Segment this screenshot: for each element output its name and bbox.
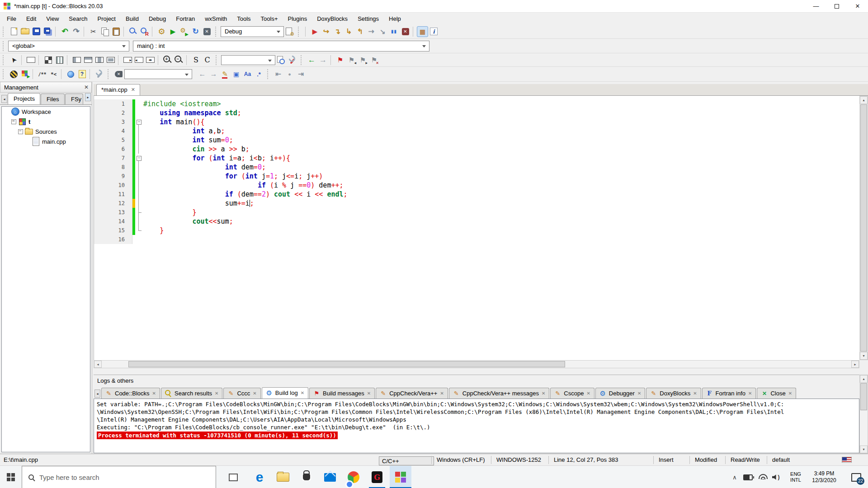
- toolbar-icon[interactable]: [156, 26, 167, 37]
- toolbar-icon[interactable]: [317, 55, 329, 66]
- log-tab[interactable]: Code::Blocks ✕: [101, 388, 160, 399]
- toolbar-icon[interactable]: [332, 26, 343, 37]
- toolbar-icon[interactable]: [346, 55, 357, 66]
- toolbar-icon[interactable]: [208, 69, 219, 80]
- menu-item[interactable]: Project: [93, 14, 121, 24]
- toolbar-icon[interactable]: [219, 69, 231, 80]
- tree-item[interactable]: main.cpp: [2, 136, 90, 146]
- toolbar-grip[interactable]: [3, 55, 6, 65]
- toolbar-icon[interactable]: [19, 26, 31, 37]
- toolbar-icon[interactable]: [82, 55, 94, 66]
- toolbar-icon[interactable]: [173, 55, 184, 66]
- toolbar-icon[interactable]: [42, 26, 53, 37]
- toolbar-icon[interactable]: [8, 55, 19, 66]
- menu-item[interactable]: Settings: [353, 14, 384, 24]
- symbol-select[interactable]: main() : int: [133, 41, 429, 52]
- build-target-select[interactable]: Debug: [221, 26, 284, 37]
- fold-marker-icon[interactable]: [135, 136, 142, 145]
- toolbar-icon[interactable]: [284, 26, 295, 37]
- notification-center-icon[interactable]: 22: [846, 466, 866, 488]
- tab-scroll-left-icon[interactable]: ◂: [1, 95, 7, 103]
- log-tab-close-icon[interactable]: ✕: [367, 391, 371, 396]
- toolbar-icon[interactable]: [343, 26, 354, 37]
- log-tab-close-icon[interactable]: ✕: [542, 391, 545, 396]
- toolbar-icon[interactable]: [190, 26, 201, 37]
- toolbar-icon[interactable]: [167, 26, 179, 37]
- menu-item[interactable]: Edit: [21, 14, 41, 24]
- log-tab[interactable]: Cccc ✕: [223, 388, 260, 399]
- toolbar-icon[interactable]: [413, 27, 417, 37]
- scroll-right-icon[interactable]: ▸: [851, 361, 859, 368]
- log-tab[interactable]: CppCheck/Vera++ ✕: [376, 388, 448, 399]
- log-tab-close-icon[interactable]: ✕: [253, 391, 256, 396]
- start-button[interactable]: [0, 466, 22, 488]
- toolbar-icon[interactable]: [127, 26, 139, 37]
- toolbar-icon[interactable]: [21, 55, 25, 65]
- log-tab[interactable]: Fortran info ✕: [702, 388, 756, 399]
- log-tab[interactable]: Build log ✕: [262, 387, 308, 399]
- fold-marker-icon[interactable]: [135, 172, 142, 181]
- fold-marker-icon[interactable]: [135, 99, 142, 108]
- tree-expander-icon[interactable]: [11, 119, 16, 124]
- toolbar-icon[interactable]: [197, 69, 208, 80]
- menu-item[interactable]: Tools+: [256, 14, 283, 24]
- scroll-left-icon[interactable]: ◂: [94, 361, 102, 368]
- management-tab[interactable]: Files: [41, 94, 65, 104]
- editor-tab-close-icon[interactable]: ✕: [131, 87, 135, 93]
- clock[interactable]: 3:49 PM 12/3/2020: [808, 466, 840, 488]
- toolbar-icon[interactable]: [284, 69, 295, 80]
- toolbar-icon[interactable]: [113, 69, 124, 80]
- toolbar-icon[interactable]: [71, 26, 82, 37]
- codeblocks-taskbar-icon[interactable]: [390, 466, 411, 488]
- fold-marker-icon[interactable]: [135, 190, 142, 199]
- toolbar-icon[interactable]: [335, 55, 346, 66]
- toolbar-icon[interactable]: [158, 55, 162, 65]
- scroll-up-icon[interactable]: ▴: [860, 96, 868, 104]
- toolbar-grip[interactable]: [3, 41, 6, 51]
- menu-item[interactable]: Search: [64, 14, 92, 24]
- menu-item[interactable]: Fortran: [171, 14, 200, 24]
- log-tab-close-icon[interactable]: ✕: [301, 390, 304, 395]
- fold-marker-icon[interactable]: [135, 235, 142, 244]
- code-line[interactable]: 3 int main(){: [94, 117, 859, 127]
- toolbar-icon[interactable]: [231, 69, 242, 80]
- scrollbar-thumb[interactable]: [860, 383, 867, 410]
- task-view-button[interactable]: [222, 466, 244, 488]
- taskbar-search-input[interactable]: Type here to search: [22, 466, 216, 488]
- toolbar-icon[interactable]: [330, 55, 335, 65]
- management-tab[interactable]: Projects: [8, 93, 40, 104]
- toolbar-icon[interactable]: [19, 69, 31, 80]
- toolbar-icon[interactable]: [366, 26, 377, 37]
- toolbar-icon[interactable]: [118, 55, 122, 65]
- toolbar-icon[interactable]: [25, 55, 37, 66]
- toolbar-grip[interactable]: [108, 69, 111, 79]
- fold-marker-icon[interactable]: [135, 108, 142, 117]
- log-tab[interactable]: DoxyBlocks ✕: [646, 388, 701, 399]
- toolbar-icon[interactable]: [54, 55, 65, 66]
- toolbar-icon[interactable]: [275, 55, 287, 66]
- toolbar-icon[interactable]: [65, 69, 76, 80]
- logs-caption[interactable]: Logs & others: [94, 375, 868, 386]
- toolbar-icon[interactable]: [90, 69, 94, 79]
- scrollbar-thumb[interactable]: [128, 361, 565, 367]
- maximize-button[interactable]: [826, 0, 847, 13]
- toolbar-icon[interactable]: [242, 69, 253, 80]
- toolbar-icon[interactable]: [61, 69, 65, 79]
- toolbar-grip[interactable]: [301, 55, 304, 65]
- toolbar-icon[interactable]: [37, 69, 48, 80]
- toolbar-grip[interactable]: [215, 27, 219, 37]
- toolbar-icon[interactable]: [400, 26, 411, 37]
- edge-icon[interactable]: [249, 466, 270, 488]
- toolbar-icon[interactable]: [8, 69, 19, 80]
- toolbar-icon[interactable]: [133, 55, 145, 66]
- build-log-output[interactable]: Set variable: PATH=.;C:\Program Files\Co…: [94, 399, 859, 453]
- toolbar-icon[interactable]: [67, 55, 71, 65]
- logs-tab-scroll-left-icon[interactable]: ◂: [94, 389, 100, 398]
- fold-marker-icon[interactable]: [135, 199, 142, 208]
- toolbar-icon[interactable]: [145, 55, 156, 66]
- code-line[interactable]: 12 sum+=i;: [94, 199, 859, 208]
- code-line[interactable]: 11 if (dem==2) cout << i << endl;: [94, 190, 859, 199]
- toolbar-icon[interactable]: [388, 26, 400, 37]
- toolbar-icon[interactable]: [94, 55, 105, 66]
- log-tab-close-icon[interactable]: ✕: [693, 391, 697, 396]
